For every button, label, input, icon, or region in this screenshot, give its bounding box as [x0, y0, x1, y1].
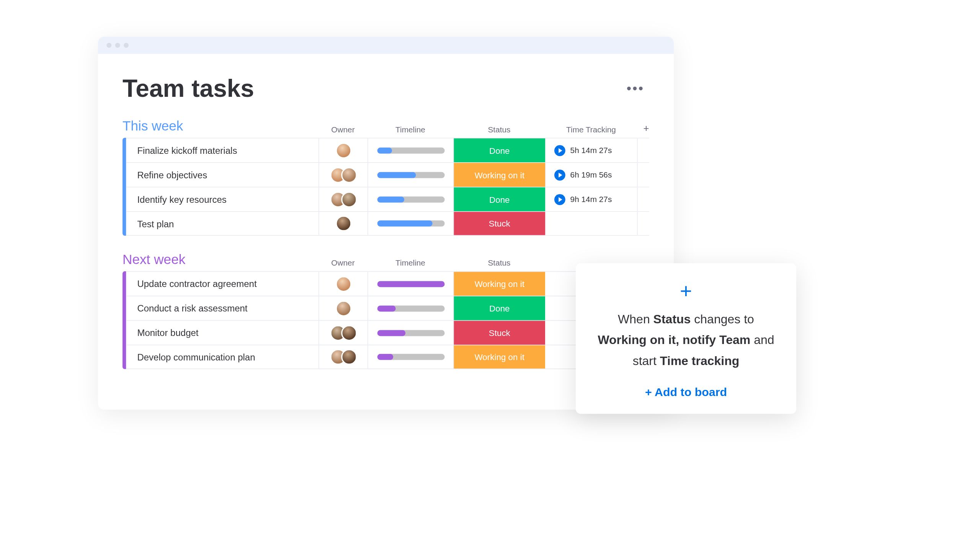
- time-value: 9h 14m 27s: [570, 195, 612, 204]
- timeline-cell[interactable]: [368, 345, 453, 368]
- avatar[interactable]: [341, 167, 357, 183]
- add-to-board-button[interactable]: + Add to board: [594, 386, 778, 399]
- time-tracking-cell[interactable]: 5h 14m 27s: [545, 139, 637, 162]
- time-tracking-cell[interactable]: 6h 19m 56s: [545, 163, 637, 187]
- status-cell[interactable]: Done: [453, 139, 545, 162]
- timeline-cell[interactable]: [368, 321, 453, 344]
- table-row[interactable]: Monitor budget Stuck: [126, 320, 649, 345]
- status-cell[interactable]: Stuck: [453, 321, 545, 344]
- table-row[interactable]: Update contractor agreement Working on i…: [126, 271, 649, 296]
- task-name-cell[interactable]: Develop communication plan: [126, 345, 318, 368]
- owner-cell[interactable]: [318, 212, 368, 235]
- window-dot: [106, 43, 111, 48]
- timeline-cell[interactable]: [368, 212, 453, 235]
- table-row[interactable]: Finalize kickoff materials Done 5h 14m 2…: [126, 138, 649, 162]
- empty-cell: [637, 163, 655, 187]
- column-header-status[interactable]: Status: [453, 125, 545, 134]
- status-badge[interactable]: Working on it: [454, 163, 545, 187]
- table-row[interactable]: Test plan Stuck: [126, 211, 649, 236]
- status-cell[interactable]: Done: [453, 296, 545, 320]
- column-header-status[interactable]: Status: [453, 258, 545, 267]
- status-badge[interactable]: Working on it: [454, 345, 545, 368]
- avatar[interactable]: [335, 142, 351, 158]
- status-badge[interactable]: Done: [454, 296, 545, 320]
- table-row[interactable]: Refine objectives Working on it 6h 19m 5…: [126, 162, 649, 187]
- window-dot: [124, 43, 129, 48]
- status-cell[interactable]: Working on it: [453, 163, 545, 187]
- group-title[interactable]: This week: [122, 118, 318, 134]
- empty-cell: [637, 187, 655, 211]
- timeline-cell[interactable]: [368, 139, 453, 162]
- owner-cell[interactable]: [318, 272, 368, 295]
- column-header-time-tracking[interactable]: Time Tracking: [545, 125, 637, 134]
- time-value: 6h 19m 56s: [570, 170, 612, 179]
- plus-icon: +: [594, 280, 778, 301]
- status-cell[interactable]: Working on it: [453, 345, 545, 368]
- group-title[interactable]: Next week: [122, 252, 318, 268]
- status-badge[interactable]: Working on it: [454, 272, 545, 295]
- more-menu-button[interactable]: •••: [622, 78, 649, 99]
- table-row[interactable]: Develop communication plan Working on it: [126, 345, 649, 369]
- owner-cell[interactable]: [318, 187, 368, 211]
- status-cell[interactable]: Stuck: [453, 212, 545, 235]
- page-title: Team tasks: [122, 75, 254, 102]
- automation-card: + When Status changes to Working on it, …: [576, 263, 796, 414]
- task-name-cell[interactable]: Refine objectives: [126, 163, 318, 187]
- timeline-cell[interactable]: [368, 187, 453, 211]
- column-header-owner[interactable]: Owner: [318, 125, 368, 134]
- status-badge[interactable]: Stuck: [454, 321, 545, 344]
- task-group: This week Owner Timeline Status Time Tra…: [122, 118, 649, 236]
- status-badge[interactable]: Done: [454, 139, 545, 162]
- empty-cell: [637, 212, 655, 235]
- window-dot: [115, 43, 120, 48]
- task-group: Next week Owner Timeline Status Update c…: [122, 252, 649, 369]
- status-cell[interactable]: Done: [453, 187, 545, 211]
- task-name-cell[interactable]: Finalize kickoff materials: [126, 139, 318, 162]
- owner-cell[interactable]: [318, 163, 368, 187]
- play-icon[interactable]: [554, 169, 565, 180]
- column-header-timeline[interactable]: Timeline: [368, 125, 453, 134]
- column-header-owner[interactable]: Owner: [318, 258, 368, 267]
- owner-cell[interactable]: [318, 345, 368, 368]
- task-name-cell[interactable]: Update contractor agreement: [126, 272, 318, 295]
- task-name-cell[interactable]: Monitor budget: [126, 321, 318, 344]
- time-tracking-cell[interactable]: 9h 14m 27s: [545, 187, 637, 211]
- play-icon[interactable]: [554, 194, 565, 205]
- time-tracking-cell[interactable]: [545, 212, 637, 235]
- window-titlebar: [98, 37, 674, 54]
- avatar[interactable]: [341, 325, 357, 341]
- owner-cell[interactable]: [318, 139, 368, 162]
- owner-cell[interactable]: [318, 296, 368, 320]
- avatar[interactable]: [335, 300, 351, 316]
- column-header-timeline[interactable]: Timeline: [368, 258, 453, 267]
- play-icon[interactable]: [554, 145, 565, 156]
- timeline-cell[interactable]: [368, 296, 453, 320]
- status-cell[interactable]: Working on it: [453, 272, 545, 295]
- time-value: 5h 14m 27s: [570, 146, 612, 155]
- task-name-cell[interactable]: Test plan: [126, 212, 318, 235]
- status-badge[interactable]: Stuck: [454, 212, 545, 235]
- table-row[interactable]: Conduct a risk assessment Done: [126, 296, 649, 320]
- automation-description: When Status changes to Working on it, no…: [594, 308, 778, 371]
- task-name-cell[interactable]: Identify key resources: [126, 187, 318, 211]
- avatar[interactable]: [341, 191, 357, 207]
- timeline-cell[interactable]: [368, 163, 453, 187]
- table-row[interactable]: Identify key resources Done 9h 14m 27s: [126, 187, 649, 211]
- add-column-button[interactable]: +: [637, 123, 655, 134]
- avatar[interactable]: [335, 215, 351, 231]
- avatar[interactable]: [335, 276, 351, 292]
- status-badge[interactable]: Done: [454, 187, 545, 211]
- task-name-cell[interactable]: Conduct a risk assessment: [126, 296, 318, 320]
- avatar[interactable]: [341, 349, 357, 365]
- timeline-cell[interactable]: [368, 272, 453, 295]
- owner-cell[interactable]: [318, 321, 368, 344]
- empty-cell: [637, 139, 655, 162]
